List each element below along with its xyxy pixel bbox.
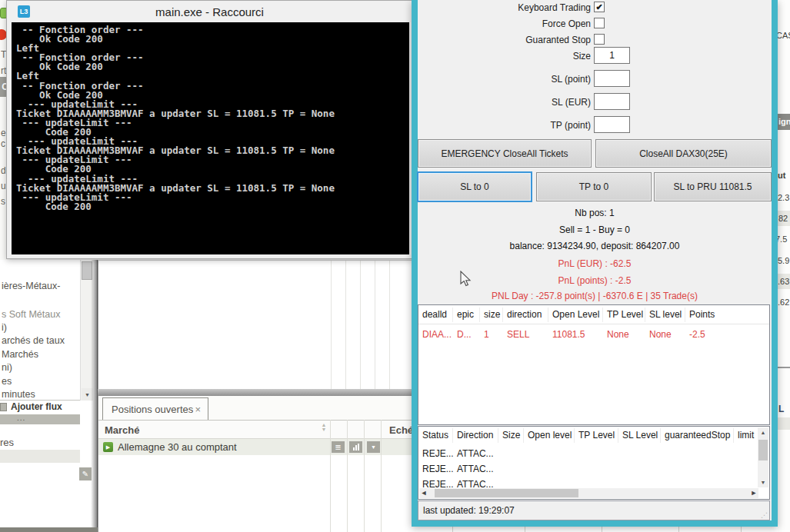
sl-to-0-button[interactable]: SL to 0 [418, 172, 532, 201]
column-header[interactable]: dealld [418, 308, 453, 322]
chart-icon[interactable] [349, 441, 362, 453]
add-feed-icon [0, 403, 7, 411]
console-window: L3 main.exe - Raccourci -- Fonction orde… [6, 0, 413, 259]
scroll-up-icon[interactable]: ▲ [758, 427, 768, 437]
clipped-text: res [0, 437, 14, 448]
pnl-day-text: PNL Day : -257.8 point(s) | -6370.6 E | … [418, 291, 772, 301]
trading-bot-panel: Keyboard Trading ✔ Force Open Guaranted … [412, 0, 778, 527]
column-header[interactable]: Status [418, 428, 453, 443]
collapsed-band[interactable]: ... [0, 414, 80, 424]
keyboard-trading-label: Keyboard Trading [518, 2, 591, 13]
size-label: Size [573, 51, 591, 62]
sidebar-edge-shadow [91, 260, 98, 532]
ajouter-flux-label: Ajouter flux [11, 401, 62, 412]
column-header[interactable]: TP Level [603, 308, 645, 322]
sidebar-item[interactable]: ni) [2, 362, 12, 373]
column-header[interactable]: Open level [524, 428, 575, 443]
table-row[interactable]: REJE... ATTAC... [418, 462, 769, 475]
positions-grid: dealld epic size direction Open Level TP… [418, 304, 770, 425]
quote-value: 2.3 [778, 193, 789, 202]
sidebar-item[interactable]: archés de taux [2, 335, 65, 346]
sell-buy-text: Sell = 1 - Buy = 0 [418, 224, 772, 235]
orders-grid: Status Direction Size Open level TP Leve… [418, 426, 770, 500]
sidebar-item[interactable]: i) [2, 322, 7, 333]
divider [0, 400, 80, 401]
column-header[interactable]: Points [685, 308, 732, 322]
quote-value: .63 [778, 277, 789, 286]
positions-grid-header-row: dealld epic size direction Open Level TP… [418, 305, 769, 324]
tab-positions-ouvertes[interactable]: Positions ouvertes × [102, 397, 208, 421]
console-app-icon: L3 [18, 5, 30, 18]
pencil-icon[interactable]: ✎ [79, 467, 92, 480]
closeall-dax30-button[interactable]: CloseAll DAX30(25E) [595, 139, 772, 168]
tp-point-input[interactable] [594, 116, 630, 133]
scrollbar-thumb[interactable] [435, 489, 578, 497]
background-table-sliver [412, 527, 778, 532]
scroll-left-icon[interactable]: ◄ [419, 488, 428, 498]
clipped-button[interactable]: ign [778, 114, 790, 130]
sl-to-pru-button[interactable]: SL to PRU 11081.5 [654, 172, 772, 201]
column-header-marche[interactable]: Marché [105, 424, 140, 436]
console-log-text: -- Fonction order --- Ok Code 200 Left -… [12, 22, 409, 211]
column-header[interactable]: direction [503, 308, 548, 322]
tp-point-label: TP (point) [551, 120, 591, 131]
column-header[interactable]: limit [734, 428, 758, 443]
ajouter-flux-row[interactable]: Ajouter flux [0, 401, 80, 414]
force-open-checkbox[interactable] [594, 18, 605, 28]
background-right-window: CAS ign ut 2.3 82 7.5 5.9 .63 .62 L [778, 0, 790, 532]
sl-eur-input[interactable] [594, 93, 630, 110]
sort-icon[interactable]: ▲▼ [320, 423, 328, 432]
status-bar: last updated: 19:29:07 ⋰ [418, 500, 770, 520]
sidebar-item[interactable]: s Soft Métaux [2, 309, 60, 320]
market-label: Allemagne 30 au comptant [118, 441, 237, 453]
last-updated-text: last updated: 19:29:07 [423, 505, 515, 516]
column-header[interactable]: size [480, 308, 503, 322]
table-row[interactable]: REJE... ATTAC... [418, 447, 769, 460]
column-header[interactable]: Direction [453, 428, 498, 443]
console-title-bar[interactable]: L3 main.exe - Raccourci [7, 1, 412, 22]
sl-eur-label: SL (EUR) [552, 97, 591, 108]
clipped-text: s [1, 196, 5, 207]
quote-value: 7.5 [778, 234, 787, 244]
scrollbar-thumb[interactable] [758, 440, 768, 461]
guaranted-stop-checkbox[interactable] [594, 34, 605, 45]
column-header[interactable]: SL level [645, 308, 685, 322]
screen: T rt C e c de ur s ières-Métaux- s Soft … [0, 0, 790, 532]
clipped-text: L [778, 404, 784, 414]
sl-point-input[interactable] [594, 70, 630, 87]
horizontal-scrollbar[interactable]: ◄ ► [419, 488, 758, 498]
column-header[interactable]: Open Level [548, 308, 603, 322]
bottom-gray-strip [0, 527, 98, 532]
sidebar-item[interactable]: minutes [2, 389, 35, 400]
pnl-eur-text: PnL (EUR) : -62.5 [418, 258, 772, 269]
sidebar-item[interactable]: es [2, 376, 12, 387]
dropdown-icon[interactable]: ▼ [367, 441, 380, 453]
column-header[interactable]: Size [498, 428, 524, 443]
scroll-down-icon[interactable]: ▼ [758, 477, 768, 487]
console-output[interactable]: -- Fonction order --- Ok Code 200 Left -… [12, 22, 409, 254]
keyboard-trading-checkbox[interactable]: ✔ [594, 2, 605, 12]
clipped-text: CAS [778, 31, 790, 40]
column-header[interactable]: epic [453, 308, 480, 322]
quote-value: 82 [778, 214, 788, 223]
scroll-right-icon[interactable]: ► [749, 488, 758, 498]
quote-value: .62 [778, 298, 789, 307]
table-row[interactable]: DIAA... D... 1 SELL 11081.5 None None -2… [418, 328, 769, 341]
quote-value: 5.9 [778, 256, 789, 265]
column-header[interactable]: guaranteedStop [661, 428, 734, 443]
balance-text: balance: 9134234.90, deposit: 864207.00 [418, 241, 772, 251]
column-header[interactable]: TP Level [575, 428, 618, 443]
order-list-icon[interactable]: ≣ [332, 441, 345, 453]
column-header[interactable]: SL Level [618, 428, 661, 443]
emergency-closeall-button[interactable]: EMERGENCY CloseAll Tickets [418, 139, 592, 168]
mouse-cursor [459, 271, 472, 288]
vertical-scrollbar[interactable]: ▲ ▼ [758, 427, 768, 487]
resize-grip[interactable]: ⋰ [761, 511, 768, 519]
force-open-label: Force Open [542, 18, 591, 29]
sidebar-item[interactable]: Marchés [2, 349, 38, 360]
tp-to-0-button[interactable]: TP to 0 [536, 172, 652, 201]
sidebar-item[interactable]: ières-Métaux- [2, 281, 60, 291]
orders-grid-header-row: Status Direction Size Open level TP Leve… [418, 427, 769, 444]
close-icon[interactable]: × [195, 404, 201, 415]
size-input[interactable] [594, 47, 630, 64]
